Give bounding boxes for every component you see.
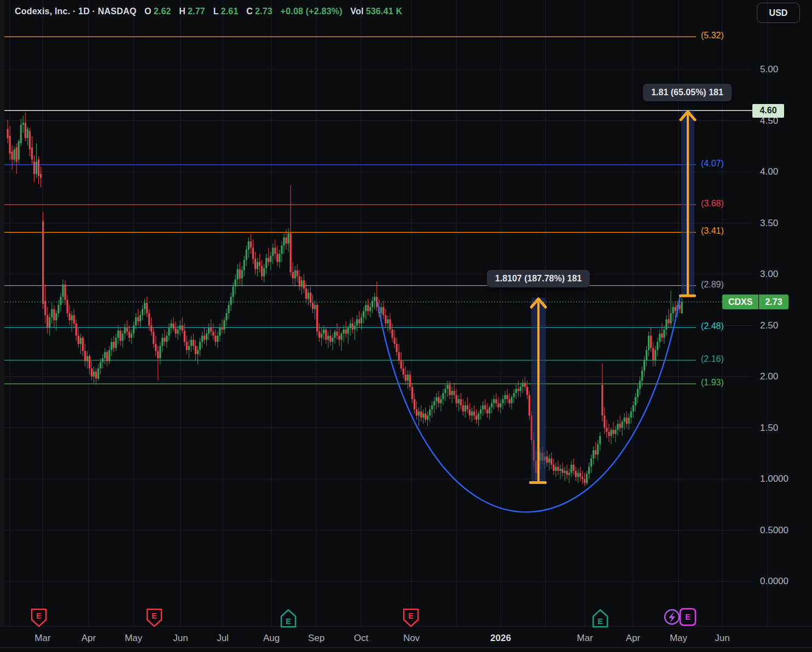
measure-base-bar[interactable]	[529, 481, 547, 484]
candle-body	[444, 389, 446, 393]
price-line-label: (5.32)	[701, 31, 724, 41]
price-axis-label: 1.50	[760, 423, 778, 434]
candle-body	[188, 346, 190, 350]
candle-body	[60, 297, 61, 305]
candle-body	[385, 315, 386, 324]
candle-body	[170, 324, 172, 327]
price-level-lines[interactable]	[4, 37, 752, 384]
price-axis-label: 5.00	[760, 64, 778, 75]
candle-body	[113, 342, 114, 348]
candle-body	[614, 430, 616, 434]
candle-body	[193, 340, 194, 346]
close-value: 2.73	[255, 7, 272, 16]
candle-body	[290, 233, 292, 272]
candle-body	[628, 418, 630, 424]
candle-body	[161, 338, 163, 346]
price-range-measure[interactable]	[529, 298, 547, 484]
candle-body	[172, 324, 174, 328]
candle-body	[177, 330, 178, 333]
current-price-symbol: CDXS	[722, 295, 758, 309]
candle-body	[33, 161, 35, 174]
candle-body	[367, 305, 369, 311]
candle-body	[316, 305, 318, 332]
candle-body	[601, 385, 603, 416]
candle-body	[356, 319, 358, 325]
candle-body	[414, 399, 415, 409]
candle-body	[97, 368, 99, 379]
candle-body	[579, 473, 581, 477]
candle-body	[57, 305, 59, 313]
candle-body	[504, 395, 506, 399]
candle-body	[433, 401, 435, 405]
currency-button[interactable]: USD	[757, 3, 800, 23]
candle-body	[427, 416, 428, 419]
candle-body	[465, 405, 466, 411]
candle-body	[102, 358, 103, 362]
time-axis-label: Apr	[82, 633, 96, 644]
price-range-measure[interactable]	[679, 111, 696, 297]
candle-body	[69, 313, 71, 320]
candle-body	[619, 424, 620, 428]
candle-body	[511, 397, 513, 403]
candle-body	[274, 247, 276, 253]
candle-body	[100, 362, 101, 368]
price-axis-label: 4.00	[760, 166, 778, 177]
candle-body	[150, 326, 152, 332]
symbol-legend[interactable]: Codexis, Inc. · 1D · NASDAQ O2.62 H2.77 …	[15, 7, 404, 16]
candle-body	[573, 465, 575, 471]
candle-body	[241, 270, 243, 279]
candle-body	[559, 469, 561, 471]
earnings-past-up-icon[interactable]: E	[281, 610, 295, 627]
earnings-past-down-icon[interactable]: E	[32, 609, 46, 626]
candle-body	[626, 418, 628, 424]
candle-body	[44, 301, 46, 315]
time-axis-label: Jun	[173, 633, 188, 644]
candle-body	[89, 356, 90, 368]
candle-body	[593, 451, 594, 459]
candle-body	[347, 327, 349, 333]
candle-body	[338, 336, 340, 339]
candle-body	[111, 342, 112, 350]
candle-body	[679, 305, 681, 309]
candle-body	[595, 451, 596, 454]
candle-body	[239, 269, 241, 279]
low-label: L	[213, 7, 219, 16]
candle-body	[345, 330, 347, 333]
candle-body	[199, 342, 201, 350]
candle-body	[71, 315, 73, 320]
candle-body	[11, 152, 13, 160]
candle-body	[38, 160, 39, 176]
candle-body	[49, 318, 50, 328]
candle-body	[652, 348, 654, 360]
candle-body	[108, 350, 110, 361]
measure-base-bar[interactable]	[679, 295, 696, 297]
svg-text:E: E	[286, 617, 291, 626]
candle-body	[31, 147, 33, 159]
candle-body	[590, 459, 592, 467]
candle-body	[336, 332, 338, 336]
candle-body	[661, 333, 663, 337]
candle-body	[382, 307, 384, 315]
candle-body	[431, 405, 433, 409]
candle-body	[208, 327, 210, 333]
candle-body	[462, 405, 464, 411]
candle-body	[681, 302, 683, 313]
candle-body	[14, 149, 15, 160]
candle-body	[91, 368, 92, 377]
earnings-past-down-icon[interactable]: E	[147, 609, 161, 626]
candle-body	[478, 413, 479, 419]
earnings-past-up-icon[interactable]: E	[593, 610, 607, 627]
candle-body	[597, 444, 599, 454]
earnings-past-down-icon[interactable]: E	[404, 609, 418, 626]
price-line-label: (1.93)	[701, 378, 724, 388]
earnings-upcoming-flash-icon[interactable]	[665, 610, 679, 624]
candle-body	[115, 338, 117, 348]
volume-label: Vol	[350, 7, 363, 16]
candle-body	[7, 129, 8, 138]
candle-body	[131, 333, 132, 337]
candle-body	[475, 416, 477, 419]
candle-body	[25, 123, 26, 138]
candle-body	[641, 371, 643, 381]
candle-body	[508, 399, 510, 403]
earnings-upcoming-box-icon[interactable]: E	[680, 609, 695, 625]
